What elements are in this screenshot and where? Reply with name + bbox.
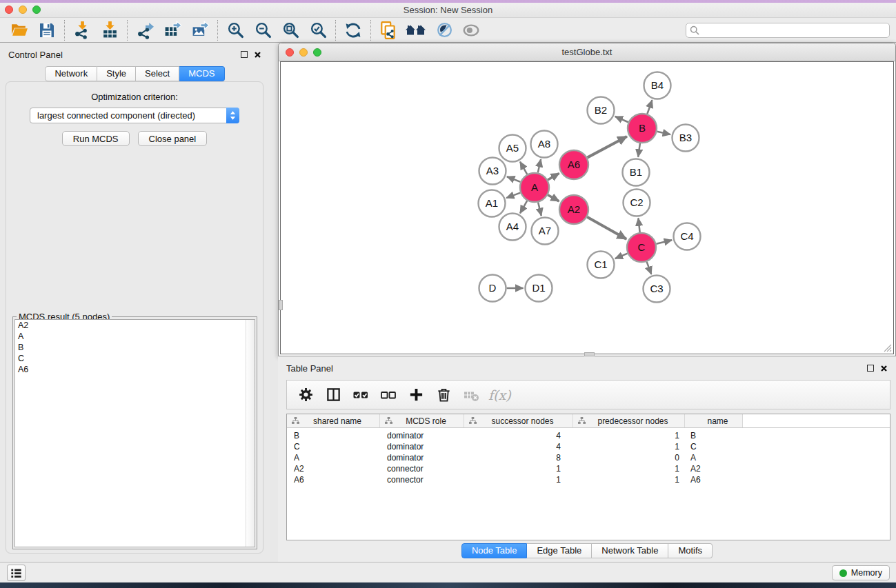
graph-node-A4[interactable]: A4 [499,214,526,241]
graph-edge-C-C1[interactable] [615,254,628,259]
graph-edge-A-A6[interactable] [548,173,559,180]
close-table-panel-button[interactable] [880,365,888,372]
graph-edge-C-C4[interactable] [656,240,672,244]
export-network-button[interactable] [131,19,159,41]
open-session-button[interactable] [6,19,33,41]
select-all-columns-button[interactable] [349,383,372,407]
graph-edge-A-A2[interactable] [548,195,559,201]
criterion-dropdown[interactable]: largest connected component (directed) [30,108,239,123]
zoom-fit-button[interactable] [277,19,304,41]
memory-button[interactable]: Memory [832,565,890,580]
home-button[interactable] [402,19,430,41]
graph-edge-B-B1[interactable] [638,143,640,157]
column-header[interactable]: successor nodes [464,414,573,427]
graph-edge-C-C2[interactable] [638,218,639,232]
import-network-button[interactable] [68,19,96,41]
graph-node-A2[interactable]: A2 [559,195,588,224]
graph-edge-B-B4[interactable] [647,100,652,114]
save-session-button[interactable] [33,19,61,41]
mcds-result-item[interactable]: C [15,353,255,364]
table-row[interactable]: A dominator 8 0 A [287,452,890,463]
table-tab[interactable]: Node Table [461,543,528,558]
run-mcds-button[interactable]: Run MCDS [62,131,130,146]
graph-node-C2[interactable]: C2 [624,190,650,216]
graph-node-A8[interactable]: A8 [531,131,558,158]
result-scrollbar[interactable] [246,320,255,547]
graph-node-D[interactable]: D [479,275,506,302]
graph-node-B3[interactable]: B3 [673,125,699,152]
graph-node-C3[interactable]: C3 [644,276,670,303]
table-tab[interactable]: Network Table [592,543,668,558]
graph-edge-A-A3[interactable] [507,176,521,182]
network-canvas[interactable]: B4B2BB3B1A5A8A3A6AA1A2C2A4A7CC4C1C3DD1 [280,61,894,354]
add-column-button[interactable] [404,383,428,407]
graph-edge-B-B3[interactable] [657,132,670,134]
graph-node-B2[interactable]: B2 [588,97,615,124]
graph-node-D1[interactable]: D1 [526,275,552,302]
refresh-button[interactable] [339,19,367,41]
float-panel-button[interactable] [241,51,248,58]
mcds-result-item[interactable]: A [15,331,255,342]
copy-network-button[interactable] [375,19,402,41]
graph-edge-A-A4[interactable] [520,201,527,213]
delete-column-button[interactable] [432,383,455,407]
import-table-button[interactable] [96,19,123,41]
search-input[interactable] [686,23,890,38]
graph-node-A[interactable]: A [520,173,549,202]
graph-node-B4[interactable]: B4 [644,72,671,99]
task-history-button[interactable] [7,565,26,581]
table-row[interactable]: B dominator 4 1 B [287,430,890,441]
zoom-network-button[interactable] [313,48,321,57]
close-panel-button[interactable]: Close panel [138,131,208,146]
hide-annotations-button[interactable] [430,19,457,41]
zoom-in-button[interactable] [221,19,249,41]
graph-node-A7[interactable]: A7 [532,218,559,245]
float-table-panel-button[interactable] [867,365,874,372]
graph-edge-A2-C[interactable] [587,217,626,239]
table-row[interactable]: A6 connector 1 1 A6 [287,474,890,485]
export-image-button[interactable] [186,19,214,41]
table-settings-button[interactable] [294,383,317,407]
graph-edge-A-A8[interactable] [538,159,541,173]
close-network-button[interactable] [286,48,294,57]
control-panel-tab[interactable]: Style [97,66,136,81]
function-builder-button[interactable]: f(x) [487,387,511,403]
network-window-titlebar[interactable]: testGlobe.txt [279,43,895,61]
column-header[interactable]: shared name [287,414,380,427]
minimize-window-button[interactable] [19,6,27,14]
graph-node-C4[interactable]: C4 [674,223,701,250]
graph-node-A1[interactable]: A1 [479,190,506,217]
table-row[interactable]: C dominator 4 1 C [287,441,890,452]
graph-node-A3[interactable]: A3 [479,158,506,185]
control-panel-tab[interactable]: MCDS [179,66,224,81]
graph-edge-C-C3[interactable] [647,262,652,274]
splitter-handle-left[interactable] [279,300,283,310]
column-header[interactable]: MCDS role [380,414,464,427]
table-row[interactable]: A2 connector 1 1 A2 [287,463,890,474]
deselect-all-columns-button[interactable] [377,383,400,407]
split-pane-button[interactable] [321,383,345,407]
control-panel-tab[interactable]: Select [136,66,179,81]
zoom-out-button[interactable] [249,19,277,41]
graph-edge-A6-B[interactable] [587,136,626,158]
mcds-result-item[interactable]: A2 [15,320,255,331]
graph-node-A6[interactable]: A6 [559,150,588,179]
table-tab[interactable]: Motifs [668,543,713,558]
graph-edge-A-A5[interactable] [520,162,527,174]
show-eye-button[interactable] [457,19,485,41]
delete-table-button[interactable] [459,383,483,407]
graph-node-B[interactable]: B [628,114,657,143]
mcds-result-item[interactable]: A6 [15,364,255,375]
control-panel-tab[interactable]: Network [45,66,97,81]
graph-edge-A-A7[interactable] [538,202,541,216]
resize-corner-icon[interactable] [884,344,892,352]
export-table-button[interactable] [159,19,186,41]
close-window-button[interactable] [5,6,13,14]
zoom-window-button[interactable] [32,6,41,14]
table-tab[interactable]: Edge Table [527,543,592,558]
column-header[interactable]: name [685,414,743,427]
minimize-network-button[interactable] [299,48,308,57]
close-panel-icon-button[interactable] [254,51,261,59]
column-header[interactable]: predecessor nodes [573,414,685,427]
graph-node-C1[interactable]: C1 [588,252,615,278]
